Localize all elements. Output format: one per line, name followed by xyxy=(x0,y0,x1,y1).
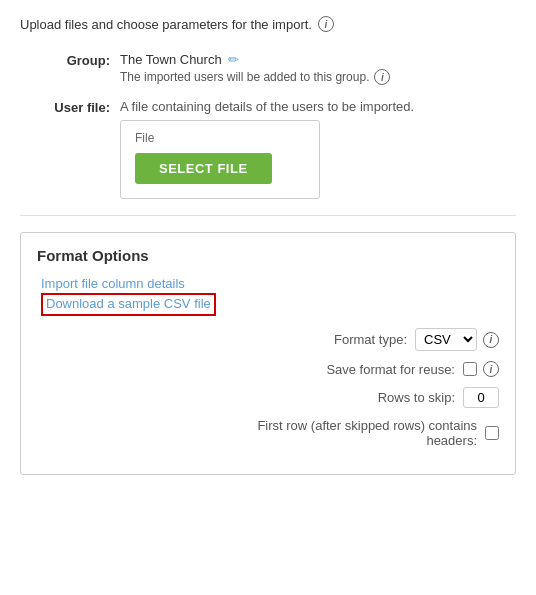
rows-to-skip-input[interactable] xyxy=(463,387,499,408)
format-options-box: Format Options Import file column detail… xyxy=(20,232,516,475)
format-type-control: CSV TSV Excel i xyxy=(415,328,499,351)
user-file-description: A file containing details of the users t… xyxy=(120,99,516,114)
group-label: Group: xyxy=(40,52,120,68)
import-column-link[interactable]: Import file column details xyxy=(41,276,499,291)
header-text: Upload files and choose parameters for t… xyxy=(20,17,312,32)
file-box-label: File xyxy=(135,131,305,145)
format-type-label: Format type: xyxy=(334,332,407,347)
file-box: File SELECT FILE xyxy=(120,120,320,199)
rows-to-skip-control xyxy=(463,387,499,408)
contains-headers-control xyxy=(485,426,499,440)
header-info-icon[interactable]: i xyxy=(318,16,334,32)
section-divider xyxy=(20,215,516,216)
user-file-label: User file: xyxy=(40,99,120,115)
edit-group-icon[interactable]: ✏ xyxy=(228,52,239,67)
page-container: Upload files and choose parameters for t… xyxy=(0,0,536,491)
select-file-button[interactable]: SELECT FILE xyxy=(135,153,272,184)
form-section: Group: The Town Church ✏ The imported us… xyxy=(40,52,516,199)
group-row: Group: The Town Church ✏ The imported us… xyxy=(40,52,516,85)
format-type-select[interactable]: CSV TSV Excel xyxy=(415,328,477,351)
group-value: The Town Church ✏ The imported users wil… xyxy=(120,52,516,85)
group-name-row: The Town Church ✏ xyxy=(120,52,516,67)
save-format-checkbox[interactable] xyxy=(463,362,477,376)
save-format-control: i xyxy=(463,361,499,377)
save-format-row: Save format for reuse: i xyxy=(37,361,499,377)
format-type-row: Format type: CSV TSV Excel i xyxy=(37,328,499,351)
format-type-info-icon[interactable]: i xyxy=(483,332,499,348)
options-grid: Format type: CSV TSV Excel i Save format… xyxy=(37,328,499,448)
save-format-label: Save format for reuse: xyxy=(326,362,455,377)
contains-headers-label: First row (after skipped rows) contains … xyxy=(257,418,477,448)
rows-to-skip-label: Rows to skip: xyxy=(378,390,455,405)
page-header: Upload files and choose parameters for t… xyxy=(20,16,516,32)
user-file-row: User file: A file containing details of … xyxy=(40,99,516,199)
download-csv-link[interactable]: Download a sample CSV file xyxy=(46,296,211,311)
format-options-title: Format Options xyxy=(37,247,499,264)
contains-headers-row: First row (after skipped rows) contains … xyxy=(37,418,499,448)
contains-headers-checkbox[interactable] xyxy=(485,426,499,440)
save-format-info-icon[interactable]: i xyxy=(483,361,499,377)
download-csv-wrapper: Download a sample CSV file xyxy=(41,293,216,316)
rows-to-skip-row: Rows to skip: xyxy=(37,387,499,408)
group-info-icon[interactable]: i xyxy=(374,69,390,85)
user-file-value: A file containing details of the users t… xyxy=(120,99,516,199)
group-name-text: The Town Church xyxy=(120,52,222,67)
group-description: The imported users will be added to this… xyxy=(120,69,516,85)
link-list: Import file column details Download a sa… xyxy=(41,276,499,316)
